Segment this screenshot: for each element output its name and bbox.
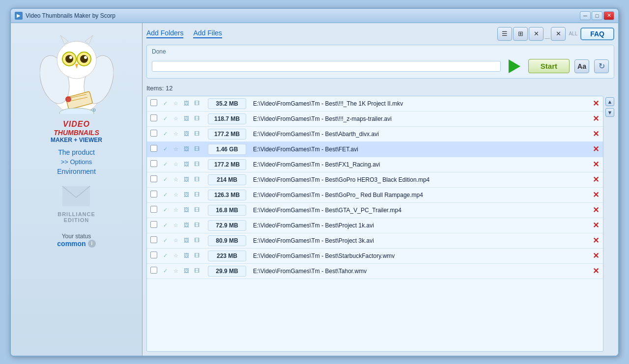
row-checkbox[interactable] <box>150 236 157 243</box>
check-icon[interactable]: ✓ <box>161 237 170 245</box>
clear-all-button[interactable]: ✕ <box>529 27 543 41</box>
table-row[interactable]: ✓ ☆ 🖼 🎞 29.9 MB E:\Video\FromGames\Tm - … <box>147 263 603 279</box>
info-icon[interactable]: i <box>88 240 96 248</box>
film-icon[interactable]: 🎞 <box>193 206 201 214</box>
nav-environment[interactable]: Environment <box>57 168 96 175</box>
image-icon[interactable]: 🖼 <box>182 145 191 153</box>
delete-button[interactable]: ✕ <box>593 99 599 108</box>
nav-product[interactable]: The product <box>58 148 95 156</box>
image-icon[interactable]: 🖼 <box>182 252 191 259</box>
add-folders-button[interactable]: Add Folders <box>146 29 183 38</box>
check-icon[interactable]: ✓ <box>161 100 170 108</box>
delete-button[interactable]: ✕ <box>593 252 599 260</box>
image-icon[interactable]: 🖼 <box>182 99 191 107</box>
image-icon[interactable]: 🖼 <box>182 236 191 244</box>
star-icon[interactable]: ☆ <box>172 100 180 108</box>
maximize-button[interactable]: □ <box>592 11 602 20</box>
row-checkbox[interactable] <box>150 252 157 258</box>
film-icon[interactable]: 🎞 <box>193 267 201 275</box>
play-button[interactable] <box>506 57 523 75</box>
star-icon[interactable]: ☆ <box>172 252 180 260</box>
table-row[interactable]: ✓ ☆ 🖼 🎞 35.2 MB E:\Video\FromGames\Tm - … <box>147 96 603 112</box>
star-icon[interactable]: ☆ <box>172 206 180 214</box>
check-icon[interactable]: ✓ <box>161 206 170 214</box>
row-checkbox[interactable] <box>150 175 157 182</box>
image-icon[interactable]: 🖼 <box>182 221 191 229</box>
table-row[interactable]: ✓ ☆ 🖼 🎞 80.9 MB E:\Video\FromGames\Tm - … <box>147 233 603 248</box>
star-icon[interactable]: ☆ <box>172 176 180 184</box>
check-icon[interactable]: ✓ <box>161 267 170 275</box>
table-row[interactable]: ✓ ☆ 🖼 🎞 177.2 MB E:\Video\FromGames\Tm -… <box>147 157 603 172</box>
table-row[interactable]: ✓ ☆ 🖼 🎞 118.7 MB E:\Video\FromGames\Tm -… <box>147 111 603 126</box>
check-icon[interactable]: ✓ <box>161 176 170 184</box>
row-checkbox[interactable] <box>150 114 157 121</box>
table-row[interactable]: ✓ ☆ 🖼 🎞 214 MB E:\Video\FromGames\Tm - B… <box>147 172 603 187</box>
check-icon[interactable]: ✓ <box>161 130 170 138</box>
row-checkbox[interactable] <box>150 130 157 137</box>
delete-button[interactable]: ✕ <box>593 160 599 168</box>
image-icon[interactable]: 🖼 <box>182 160 191 168</box>
star-icon[interactable]: ☆ <box>172 222 180 229</box>
table-row[interactable]: ✓ ☆ 🖼 🎞 223 MB E:\Video\FromGames\Tm - B… <box>147 248 603 263</box>
faq-button[interactable]: FAQ <box>580 28 614 40</box>
delete-button[interactable]: ✕ <box>593 114 599 123</box>
star-icon[interactable]: ☆ <box>172 130 180 138</box>
row-checkbox[interactable] <box>150 160 157 167</box>
minimize-button[interactable]: ─ <box>580 11 591 20</box>
star-icon[interactable]: ☆ <box>172 145 180 153</box>
table-row[interactable]: ✓ ☆ 🖼 🎞 16.8 MB E:\Video\FromGames\Tm - … <box>147 202 603 218</box>
delete-button[interactable]: ✕ <box>593 175 599 184</box>
star-icon[interactable]: ☆ <box>172 267 180 275</box>
film-icon[interactable]: 🎞 <box>193 252 201 259</box>
table-row[interactable]: ✓ ☆ 🖼 🎞 177.2 MB E:\Video\FromGames\Tm -… <box>147 126 603 141</box>
star-icon[interactable]: ☆ <box>172 191 180 199</box>
start-button[interactable]: Start <box>528 59 570 73</box>
row-checkbox[interactable] <box>150 191 157 197</box>
font-size-button[interactable]: Aa <box>574 59 589 73</box>
image-icon[interactable]: 🖼 <box>182 267 191 275</box>
row-checkbox[interactable] <box>150 206 157 213</box>
delete-button[interactable]: ✕ <box>593 221 599 229</box>
film-icon[interactable]: 🎞 <box>193 145 201 153</box>
check-icon[interactable]: ✓ <box>161 222 170 229</box>
row-checkbox[interactable] <box>150 267 157 274</box>
check-icon[interactable]: ✓ <box>161 191 170 199</box>
delete-button[interactable]: ✕ <box>593 130 599 138</box>
add-files-button[interactable]: Add Files <box>193 29 222 38</box>
row-checkbox[interactable] <box>150 145 157 152</box>
film-icon[interactable]: 🎞 <box>193 114 201 122</box>
delete-button[interactable]: ✕ <box>593 236 599 245</box>
scroll-up-button[interactable]: ▲ <box>605 97 614 106</box>
refresh-button[interactable]: ↻ <box>594 59 609 73</box>
grid-view-button[interactable]: ⊞ <box>513 27 528 41</box>
clear-button[interactable]: ✕ <box>551 27 566 41</box>
star-icon[interactable]: ☆ <box>172 161 180 168</box>
film-icon[interactable]: 🎞 <box>193 160 201 168</box>
film-icon[interactable]: 🎞 <box>193 99 201 107</box>
delete-button[interactable]: ✕ <box>593 191 599 199</box>
film-icon[interactable]: 🎞 <box>193 191 201 198</box>
star-icon[interactable]: ☆ <box>172 237 180 245</box>
image-icon[interactable]: 🖼 <box>182 130 191 138</box>
film-icon[interactable]: 🎞 <box>193 221 201 229</box>
check-icon[interactable]: ✓ <box>161 252 170 260</box>
star-icon[interactable]: ☆ <box>172 115 180 123</box>
image-icon[interactable]: 🖼 <box>182 206 191 214</box>
row-checkbox[interactable] <box>150 99 157 106</box>
delete-button[interactable]: ✕ <box>593 206 599 214</box>
film-icon[interactable]: 🎞 <box>193 130 201 138</box>
menu-view-button[interactable]: ☰ <box>497 27 512 41</box>
delete-button[interactable]: ✕ <box>593 145 599 153</box>
nav-options[interactable]: >> Options <box>61 158 92 166</box>
image-icon[interactable]: 🖼 <box>182 191 191 198</box>
film-icon[interactable]: 🎞 <box>193 175 201 183</box>
image-icon[interactable]: 🖼 <box>182 175 191 183</box>
image-icon[interactable]: 🖼 <box>182 114 191 122</box>
scroll-down-button[interactable]: ▼ <box>605 108 614 117</box>
table-row[interactable]: ✓ ☆ 🖼 🎞 126.3 MB E:\Video\FromGames\Tm -… <box>147 187 603 202</box>
table-row[interactable]: ✓ ☆ 🖼 🎞 1.46 GB E:\Video\FromGames\Tm - … <box>147 141 603 157</box>
row-checkbox[interactable] <box>150 221 157 228</box>
check-icon[interactable]: ✓ <box>161 145 170 153</box>
table-row[interactable]: ✓ ☆ 🖼 🎞 72.9 MB E:\Video\FromGames\Tm - … <box>147 218 603 233</box>
items-table-wrapper[interactable]: ✓ ☆ 🖼 🎞 35.2 MB E:\Video\FromGames\Tm - … <box>146 96 603 352</box>
